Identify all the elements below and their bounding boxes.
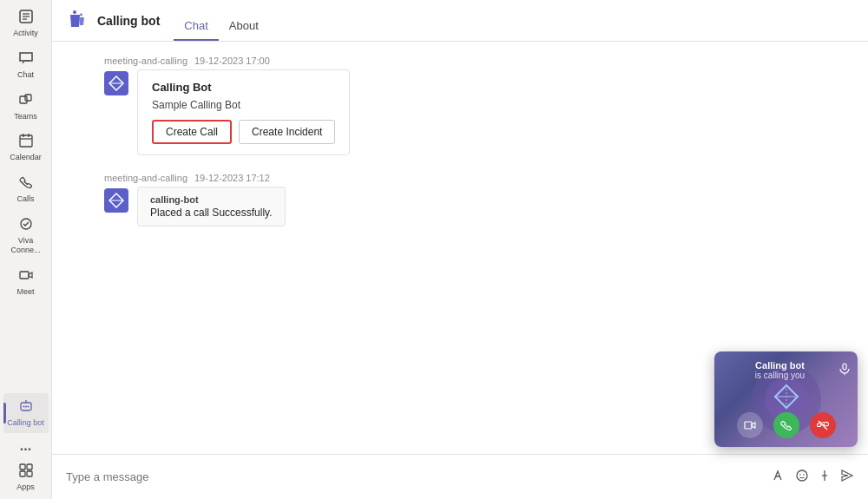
svg-point-15 (27, 406, 29, 408)
bot-avatar-1 (104, 71, 128, 95)
message-time-1: 19-12-2023 17:00 (194, 56, 270, 66)
simple-card-2: calling-bot Placed a call Successfully. (137, 187, 286, 227)
svg-point-14 (25, 406, 27, 408)
chat-icon (18, 50, 34, 69)
sidebar: Activity Chat Teams Calend (0, 0, 52, 499)
sidebar-label-chat: Chat (17, 70, 34, 80)
message-group-1: meeting-and-calling 19-12-2023 17:00 Cal… (104, 56, 816, 155)
sidebar-item-callingbot[interactable]: Calling bot (3, 393, 49, 433)
input-icons (773, 469, 854, 486)
sidebar-label-teams: Teams (14, 112, 37, 121)
sidebar-label-activity: Activity (13, 29, 38, 38)
tab-chat[interactable]: Chat (174, 0, 218, 41)
call-overlay: Calling bot is calling you (714, 351, 858, 447)
tab-about[interactable]: About (219, 0, 269, 41)
sidebar-item-meet[interactable]: Meet (3, 262, 49, 302)
more-apps-dots[interactable]: ... (20, 435, 31, 457)
call-subtitle: is calling you (721, 371, 838, 380)
svg-point-13 (23, 406, 24, 408)
teams-logo (66, 9, 90, 33)
call-title: Calling bot (721, 360, 838, 371)
bot-avatar-2 (104, 188, 128, 213)
sidebar-label-apps: Apps (16, 483, 35, 492)
call-overlay-top: Calling bot is calling you (721, 360, 851, 380)
sidebar-item-viva[interactable]: Viva Conne... (3, 211, 49, 260)
activity-icon (18, 9, 34, 27)
call-diamond-avatar (773, 384, 799, 410)
bot-diamond-icon-1 (108, 76, 124, 91)
apps-icon (18, 463, 34, 481)
sidebar-item-teams[interactable]: Teams (3, 87, 49, 127)
svg-rect-19 (20, 471, 25, 476)
attach-icon[interactable] (818, 469, 832, 486)
svg-rect-5 (25, 95, 31, 101)
sidebar-item-apps[interactable]: Apps (3, 457, 49, 497)
sidebar-label-calendar: Calendar (10, 153, 42, 162)
sidebar-item-calendar[interactable]: Calendar (3, 128, 49, 167)
teams-icon (18, 92, 34, 110)
message-row-2: calling-bot Placed a call Successfully. (104, 187, 816, 227)
sidebar-label-callingbot: Calling bot (7, 418, 44, 428)
calls-icon (18, 174, 34, 193)
simple-text-2: Placed a call Successfully. (150, 207, 273, 219)
card-title-1: Calling Bot (152, 81, 335, 94)
create-call-button[interactable]: Create Call (152, 120, 232, 144)
sidebar-item-activity[interactable]: Activity (3, 3, 49, 43)
topnav: Calling bot Chat About (52, 0, 868, 42)
svg-rect-11 (20, 272, 29, 279)
viva-icon (18, 216, 34, 234)
message-meta-1: meeting-and-calling 19-12-2023 17:00 (104, 56, 816, 66)
sidebar-label-calls: Calls (16, 194, 34, 204)
send-icon[interactable] (840, 469, 854, 486)
sidebar-label-meet: Meet (16, 287, 34, 297)
message-sender-1: meeting-and-calling (104, 56, 187, 66)
message-row-1: Calling Bot Sample Calling Bot Create Ca… (104, 69, 816, 155)
call-mic-icon[interactable] (838, 363, 851, 378)
card-actions-1: Create Call Create Incident (152, 120, 335, 144)
create-incident-button[interactable]: Create Incident (239, 120, 335, 144)
calendar-icon (18, 133, 34, 151)
call-accept-button[interactable] (773, 412, 799, 438)
svg-point-25 (797, 470, 807, 481)
format-icon[interactable] (773, 469, 786, 486)
svg-point-26 (799, 474, 801, 476)
svg-rect-35 (745, 422, 752, 429)
simple-sender-2: calling-bot (150, 194, 273, 205)
sidebar-label-viva: Viva Conne... (5, 236, 47, 255)
svg-point-27 (803, 474, 805, 476)
message-group-2: meeting-and-calling 19-12-2023 17:12 cal… (104, 173, 816, 227)
topnav-tabs: Chat About (174, 0, 268, 41)
svg-point-10 (21, 219, 31, 229)
message-card-1: Calling Bot Sample Calling Bot Create Ca… (137, 69, 350, 155)
svg-rect-6 (20, 135, 32, 147)
message-time-2: 19-12-2023 17:12 (194, 173, 270, 183)
svg-rect-18 (27, 464, 32, 469)
message-meta-2: meeting-and-calling 19-12-2023 17:12 (104, 173, 816, 183)
call-decline-button[interactable] (810, 412, 836, 438)
sidebar-item-calls[interactable]: Calls (3, 169, 49, 209)
call-video-button[interactable] (737, 412, 763, 438)
svg-rect-4 (20, 96, 27, 103)
svg-rect-30 (843, 364, 846, 370)
emoji-icon[interactable] (795, 469, 809, 486)
call-text: Calling bot is calling you (721, 360, 838, 380)
card-subtitle-1: Sample Calling Bot (152, 99, 335, 111)
call-avatar-area (769, 384, 804, 410)
callingbot-icon (18, 398, 34, 417)
bot-diamond-icon-2 (108, 193, 124, 208)
message-sender-2: meeting-and-calling (104, 173, 187, 183)
svg-rect-20 (27, 471, 32, 476)
topnav-title: Calling bot (97, 14, 160, 28)
input-bar (52, 454, 868, 499)
sidebar-item-chat[interactable]: Chat (3, 45, 49, 85)
meet-icon (18, 267, 34, 286)
svg-rect-17 (20, 464, 25, 469)
message-input[interactable] (66, 470, 766, 483)
call-actions (737, 412, 836, 438)
